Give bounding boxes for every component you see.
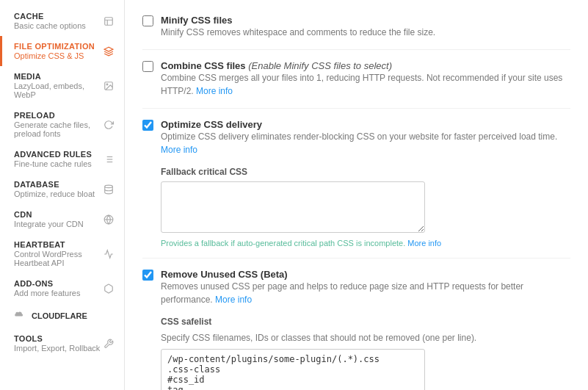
sidebar-item-title-advanced-rules: ADVANCED RULES: [14, 150, 102, 159]
option-desc-optimize-css-delivery: Optimize CSS delivery eliminates render-…: [161, 130, 570, 156]
sidebar-item-subtitle-advanced-rules: Fine-tune cache rules: [14, 159, 102, 168]
sidebar-item-icon-heartbeat: [102, 248, 115, 261]
sidebar-item-icon-advanced-rules: [102, 153, 115, 166]
sidebar-item-title-cache: CACHE: [14, 12, 102, 21]
sidebar-item-cloudflare[interactable]: Cloudflare: [0, 303, 124, 328]
cloudflare-label: Cloudflare: [32, 311, 87, 320]
sidebar-item-title-database: DATABASE: [14, 180, 102, 189]
option-label-minify-css[interactable]: Minify CSS files: [161, 15, 233, 26]
desc-link-remove-unused-css[interactable]: More info: [215, 295, 252, 305]
sidebar-item-subtitle-add-ons: Add more features: [14, 289, 102, 297]
checkbox-remove-unused-css[interactable]: [142, 270, 153, 281]
sub-option-remove-unused-css: CSS safelist Specify CSS filenames, IDs …: [161, 317, 570, 390]
sidebar-item-title-heartbeat: HEARTBEAT: [14, 240, 102, 249]
sidebar-item-icon-file-optimization: [102, 45, 115, 58]
sidebar-item-icon-media: [102, 79, 115, 93]
sidebar-item-cdn[interactable]: CDN Integrate your CDN: [0, 204, 124, 234]
sub-desc-remove-unused-css: Specify CSS filenames, IDs or classes th…: [161, 331, 570, 344]
option-desc-minify-css: Minify CSS removes whitespace and commen…: [161, 26, 570, 39]
sidebar-item-subtitle-cdn: Integrate your CDN: [14, 220, 102, 228]
sidebar-item-heartbeat[interactable]: HEARTBEAT Control WordPress Heartbeat AP…: [0, 234, 124, 273]
sub-label-optimize-css-delivery: Fallback critical CSS: [161, 167, 570, 177]
sidebar: CACHE Basic cache options FILE OPTIMIZAT…: [0, 0, 125, 390]
checkbox-combine-css[interactable]: [142, 61, 153, 72]
sidebar-item-title-file-optimization: FILE OPTIMIZATION: [14, 42, 102, 51]
sidebar-item-title-add-ons: ADD-ONS: [14, 279, 102, 288]
sidebar-item-subtitle-database: Optimize, reduce bloat: [14, 189, 102, 198]
sidebar-item-icon-add-ons: [102, 282, 115, 295]
hint-link-optimize-css-delivery[interactable]: More info: [407, 239, 441, 248]
option-row-optimize-css-delivery: Optimize CSS delivery Optimize CSS deliv…: [142, 119, 570, 259]
option-label-combine-css[interactable]: Combine CSS files (Enable Minify CSS fil…: [161, 60, 392, 71]
sidebar-item-file-optimization[interactable]: FILE OPTIMIZATION Optimize CSS & JS: [0, 36, 124, 66]
sidebar-item-subtitle-heartbeat: Control WordPress Heartbeat API: [14, 250, 102, 267]
sidebar-item-icon-cache: [102, 15, 115, 28]
sidebar-item-icon-preload: [102, 118, 115, 131]
sidebar-item-subtitle-file-optimization: Optimize CSS & JS: [14, 51, 102, 60]
option-row-minify-css: Minify CSS files Minify CSS removes whit…: [142, 15, 570, 50]
sidebar-item-icon-tools: [102, 337, 115, 350]
checkbox-minify-css[interactable]: [142, 15, 153, 26]
svg-rect-0: [105, 17, 113, 25]
sidebar-item-add-ons[interactable]: ADD-ONS Add more features: [0, 273, 124, 303]
sidebar-item-subtitle-media: LazyLoad, embeds, WebP: [14, 82, 102, 99]
sub-label-remove-unused-css: CSS safelist: [161, 317, 570, 327]
checkbox-optimize-css-delivery[interactable]: [142, 120, 153, 131]
sidebar-item-title-tools: TOOLS: [14, 334, 102, 343]
sub-textarea-remove-unused-css[interactable]: /wp-content/plugins/some-plugin/(.*).css…: [161, 349, 425, 390]
sidebar-item-title-preload: PRELOAD: [14, 111, 102, 120]
sidebar-item-title-cdn: CDN: [14, 210, 102, 219]
desc-link-optimize-css-delivery[interactable]: More info: [161, 145, 197, 155]
option-desc-remove-unused-css: Removes unused CSS per page and helps to…: [161, 280, 570, 306]
sidebar-item-tools[interactable]: TOOLS Import, Export, Rollback: [0, 328, 124, 358]
svg-point-9: [105, 185, 113, 188]
option-row-remove-unused-css: Remove Unused CSS (Beta) Removes unused …: [142, 269, 570, 390]
sidebar-item-subtitle-tools: Import, Export, Rollback: [14, 344, 102, 353]
main-content: Minify CSS files Minify CSS removes whit…: [125, 0, 588, 390]
sub-option-optimize-css-delivery: Fallback critical CSS Provides a fallbac…: [161, 167, 570, 248]
sidebar-item-advanced-rules[interactable]: ADVANCED RULES Fine-tune cache rules: [0, 144, 124, 174]
sidebar-item-icon-database: [102, 183, 115, 196]
sidebar-item-subtitle-preload: Generate cache files, preload fonts: [14, 120, 102, 138]
sidebar-item-icon-cdn: [102, 213, 115, 226]
sub-textarea-optimize-css-delivery[interactable]: [161, 181, 425, 233]
desc-link-combine-css[interactable]: More info: [196, 86, 233, 96]
option-desc-combine-css: Combine CSS merges all your files into 1…: [161, 71, 570, 98]
cloudflare-icon: [12, 309, 26, 322]
hint-text-optimize-css-delivery: Provides a fallback if auto-generated cr…: [161, 239, 570, 248]
option-label-optimize-css-delivery[interactable]: Optimize CSS delivery: [161, 119, 262, 130]
sidebar-item-preload[interactable]: PRELOAD Generate cache files, preload fo…: [0, 105, 124, 144]
svg-point-2: [106, 84, 108, 85]
sidebar-item-title-media: MEDIA: [14, 72, 102, 81]
sidebar-item-subtitle-cache: Basic cache options: [14, 21, 102, 30]
option-row-combine-css: Combine CSS files (Enable Minify CSS fil…: [142, 60, 570, 109]
option-label-remove-unused-css[interactable]: Remove Unused CSS (Beta): [161, 269, 288, 280]
sidebar-item-database[interactable]: DATABASE Optimize, reduce bloat: [0, 174, 124, 204]
sidebar-item-media[interactable]: MEDIA LazyLoad, embeds, WebP: [0, 66, 124, 105]
sidebar-item-cache[interactable]: CACHE Basic cache options: [0, 6, 124, 36]
